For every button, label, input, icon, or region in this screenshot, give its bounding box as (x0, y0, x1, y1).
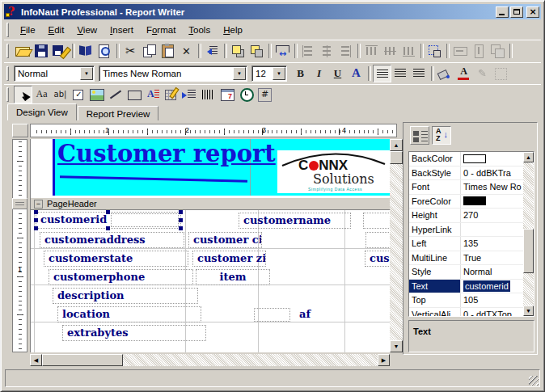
scrollbar-thumb[interactable] (42, 354, 123, 366)
underline-icon[interactable]: U (328, 65, 347, 82)
rectangle-tool-icon[interactable] (125, 86, 144, 103)
same-height-icon[interactable] (470, 42, 488, 60)
report-field[interactable]: extrabytes (62, 325, 206, 341)
paste-icon[interactable] (158, 42, 177, 60)
report-field[interactable]: location (57, 306, 201, 322)
menu-item[interactable]: View (70, 23, 104, 36)
line-tool-icon[interactable] (107, 86, 125, 103)
space-across-icon[interactable]: ↔ (273, 42, 292, 60)
report-field[interactable]: item (196, 269, 270, 285)
property-row[interactable]: Top 105 (409, 293, 523, 308)
toolbar-grip[interactable] (6, 66, 9, 81)
align-left-edges-icon[interactable] (299, 42, 318, 60)
horizontal-scrollbar[interactable]: ◀ ▶ (30, 354, 390, 366)
delete-icon[interactable]: ✕ (177, 42, 196, 60)
design-canvas[interactable]: Customer report CNNX Solutions Simplifyi… (30, 139, 390, 352)
report-field[interactable] (363, 213, 390, 229)
align-centers-icon[interactable] (318, 42, 336, 60)
report-field[interactable]: description (53, 288, 198, 304)
align-text-left-icon[interactable] (373, 65, 391, 82)
richtext-tool-icon[interactable]: A (144, 86, 163, 103)
align-bottoms-icon[interactable] (399, 42, 418, 60)
collapse-section-icon[interactable]: − (34, 200, 43, 209)
font-size-combo[interactable]: 12 ▼ (251, 65, 287, 82)
send-to-back-icon[interactable] (247, 42, 266, 60)
copy-icon[interactable] (140, 42, 158, 60)
property-row[interactable]: Style Normal (409, 265, 523, 280)
property-row[interactable]: ForeColor (409, 195, 523, 209)
scroll-down-icon[interactable]: ▼ (523, 306, 534, 316)
toolbar-grip[interactable] (6, 87, 9, 102)
bring-to-front-icon[interactable] (229, 42, 247, 60)
font-icon[interactable]: A (347, 65, 365, 82)
tab-design-view[interactable]: Design View (7, 103, 77, 120)
report-field[interactable]: customer zip (192, 251, 266, 267)
page-header-section-bar[interactable]: − PageHeader (31, 197, 390, 210)
open-report-icon[interactable] (14, 42, 32, 60)
report-field[interactable] (254, 308, 290, 322)
field-number-tool-icon[interactable]: # (256, 86, 274, 103)
scrollbar-thumb[interactable] (523, 229, 534, 273)
pointer-tool-icon[interactable] (14, 86, 32, 103)
align-text-right-icon[interactable] (410, 65, 429, 82)
close-button[interactable]: × (526, 6, 539, 18)
minimize-button[interactable] (496, 6, 509, 18)
report-field[interactable]: customername (239, 213, 351, 229)
scroll-left-icon[interactable]: ◀ (30, 354, 42, 366)
report-field[interactable]: customeraddress (40, 232, 184, 248)
grid-tool-icon[interactable] (163, 86, 181, 103)
format-painter-icon[interactable]: ✎ (473, 65, 492, 82)
save-report-icon[interactable] (32, 42, 51, 60)
connx-logo[interactable]: CNNX Solutions Simplifying Data Access (277, 150, 390, 193)
align-text-center-icon[interactable] (391, 65, 410, 82)
menu-item[interactable]: Help (217, 23, 249, 36)
snap-to-grid-icon[interactable] (425, 42, 444, 60)
report-field[interactable]: customerstate (44, 251, 188, 267)
property-row[interactable]: Text customerid (409, 280, 523, 294)
bold-icon[interactable]: B (291, 65, 310, 82)
chevron-down-icon[interactable]: ▼ (80, 67, 93, 80)
scroll-up-icon[interactable]: ▲ (390, 139, 403, 151)
cut-icon[interactable]: ✂ (121, 42, 140, 60)
property-row[interactable]: HyperLink (409, 223, 523, 238)
menu-item[interactable]: Insert (104, 23, 140, 36)
scroll-down-icon[interactable]: ▼ (390, 340, 403, 352)
section-splitter-handle[interactable] (12, 198, 27, 209)
report-outline-icon[interactable] (203, 42, 222, 60)
menu-item[interactable]: File (14, 23, 42, 36)
textbox-tool-icon[interactable]: ab| (51, 86, 70, 103)
report-title-label[interactable]: Customer report (57, 140, 276, 167)
fill-color-icon[interactable] (436, 65, 454, 82)
menu-item[interactable]: Tools (182, 23, 217, 36)
list-tool-icon[interactable] (181, 86, 200, 103)
align-middles-icon[interactable] (381, 42, 399, 60)
scroll-up-icon[interactable]: ▲ (523, 152, 534, 162)
same-size-icon[interactable] (488, 42, 507, 60)
report-field[interactable] (365, 232, 390, 248)
toolbar-grip[interactable] (6, 23, 9, 37)
image-tool-icon[interactable] (88, 86, 107, 103)
maximize-button[interactable] (510, 6, 523, 18)
report-field[interactable]: customer cou (365, 251, 390, 267)
property-row[interactable]: Left 135 (409, 237, 523, 251)
property-row[interactable]: BackStyle 0 - ddBKTra (409, 166, 523, 181)
report-field[interactable]: af (294, 306, 319, 322)
label-tool-icon[interactable]: Aa (32, 86, 51, 103)
menu-item[interactable]: Edit (42, 23, 71, 36)
same-width-icon[interactable] (451, 42, 470, 60)
align-tops-icon[interactable] (362, 42, 381, 60)
alphabetic-sort-icon[interactable]: ↓ (432, 126, 451, 145)
barcode-tool-icon[interactable] (200, 86, 218, 103)
report-field[interactable]: customer city (188, 232, 262, 248)
property-grid-scrollbar[interactable]: ▲ ▼ (523, 152, 534, 316)
resize-grip[interactable] (529, 376, 539, 386)
checkbox-tool-icon[interactable]: ✓ (70, 86, 88, 103)
calendar-tool-icon[interactable]: 7 (218, 86, 237, 103)
categorized-view-icon[interactable] (410, 126, 429, 145)
report-field[interactable]: customerphone (49, 269, 193, 285)
report-field[interactable] (111, 213, 179, 227)
property-row[interactable]: MultiLine True (409, 251, 523, 266)
align-right-edges-icon[interactable] (336, 42, 355, 60)
font-color-icon[interactable]: A (454, 65, 473, 82)
chevron-down-icon[interactable]: ▼ (272, 67, 285, 80)
